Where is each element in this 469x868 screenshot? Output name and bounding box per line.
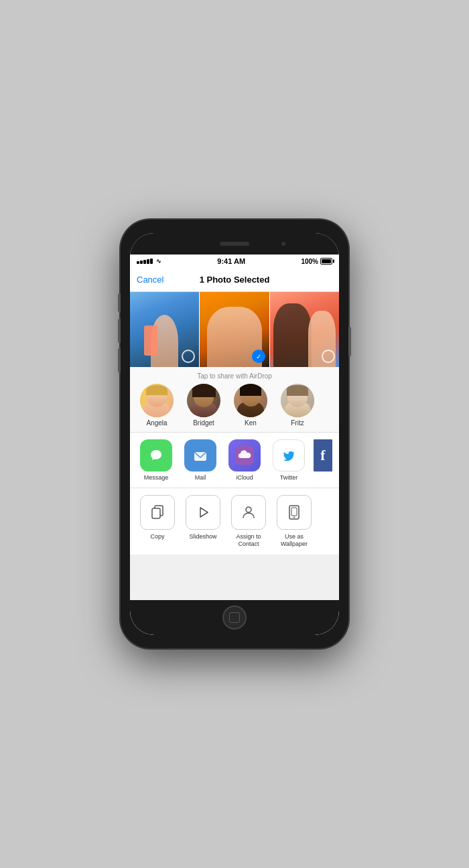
share-app-facebook[interactable]: f	[314, 439, 332, 472]
photo-item-1[interactable]	[130, 292, 200, 367]
battery-percentage: 100%	[301, 258, 318, 265]
signal-icon	[137, 259, 153, 264]
action-slideshow[interactable]: Slideshow	[182, 495, 224, 548]
nav-title: 1 Photo Selected	[200, 275, 270, 285]
phone-screen: ∿ 9:41 AM 100% Cancel 1 Photo Selected	[130, 233, 339, 635]
copy-label: Copy	[150, 533, 164, 540]
volume-up-button[interactable]	[118, 319, 121, 343]
airdrop-person-angela[interactable]: Angela	[137, 384, 177, 427]
share-app-icloud[interactable]: iCloud	[225, 439, 264, 481]
twitter-icon	[273, 439, 305, 472]
share-apps-section: Message Mail	[130, 433, 339, 488]
nav-bar: Cancel 1 Photo Selected	[130, 268, 339, 292]
share-app-twitter[interactable]: Twitter	[269, 439, 308, 481]
actions-section: Copy Slideshow	[130, 488, 339, 555]
svg-point-11	[293, 517, 295, 518]
wallpaper-label: Use asWallpaper	[281, 533, 308, 548]
airdrop-section: Tap to share with AirDrop Angela	[130, 367, 339, 433]
svg-point-8	[246, 507, 251, 512]
svg-rect-6	[152, 508, 160, 518]
avatar-ken	[234, 384, 267, 417]
wifi-icon: ∿	[156, 258, 161, 265]
airdrop-person-bridget[interactable]: Bridget	[184, 384, 224, 427]
assign-contact-icon	[231, 495, 266, 530]
action-copy[interactable]: Copy	[137, 495, 178, 548]
status-right: 100%	[301, 258, 332, 265]
action-wallpaper[interactable]: Use asWallpaper	[273, 495, 315, 548]
icloud-label: iCloud	[236, 474, 253, 481]
apps-row: Message Mail	[137, 439, 332, 481]
phone-bottom-bar	[130, 600, 339, 635]
svg-marker-7	[200, 508, 208, 517]
slideshow-label: Slideshow	[189, 533, 216, 540]
person-name-ken: Ken	[245, 419, 257, 427]
photo-check-3[interactable]	[322, 350, 335, 363]
actions-items: Copy Slideshow	[137, 495, 332, 548]
home-button-inner	[229, 612, 240, 623]
photo-check-2[interactable]: ✓	[252, 350, 265, 363]
airdrop-person-fritz[interactable]: Fritz	[277, 384, 318, 427]
phone-top-bar	[130, 233, 339, 255]
person-name-angela: Angela	[146, 419, 167, 427]
cancel-button[interactable]: Cancel	[137, 275, 163, 285]
share-app-mail[interactable]: Mail	[181, 439, 220, 481]
photo-item-2[interactable]: ✓	[200, 292, 269, 367]
mail-label: Mail	[195, 474, 206, 481]
svg-rect-10	[291, 508, 297, 516]
person-name-bridget: Bridget	[193, 419, 214, 427]
power-button[interactable]	[348, 327, 351, 356]
phone-device: ∿ 9:41 AM 100% Cancel 1 Photo Selected	[121, 220, 348, 648]
speaker	[220, 242, 249, 246]
status-time: 9:41 AM	[217, 257, 245, 265]
person-name-fritz: Fritz	[291, 419, 304, 427]
wallpaper-icon	[277, 495, 312, 530]
volume-down-button[interactable]	[118, 348, 121, 372]
message-label: Message	[144, 474, 169, 481]
avatar-bridget	[187, 384, 220, 417]
icloud-icon	[228, 439, 261, 472]
status-left: ∿	[137, 258, 161, 265]
facebook-icon: f	[314, 439, 332, 472]
message-icon	[140, 439, 172, 472]
screen-content: ∿ 9:41 AM 100% Cancel 1 Photo Selected	[130, 255, 339, 600]
avatar-angela	[140, 384, 174, 417]
airdrop-title: Tap to share with AirDrop	[130, 372, 339, 380]
airdrop-people: Angela Bridget	[130, 384, 339, 427]
copy-icon	[140, 495, 175, 530]
avatar-fritz	[281, 384, 314, 417]
share-app-message[interactable]: Message	[137, 439, 176, 481]
mail-icon	[184, 439, 216, 472]
home-button[interactable]	[222, 605, 247, 630]
action-assign-contact[interactable]: Assign toContact	[228, 495, 269, 548]
status-bar: ∿ 9:41 AM 100%	[130, 255, 339, 268]
photo-item-3[interactable]	[270, 292, 339, 367]
slideshow-icon	[186, 495, 220, 530]
camera-icon	[281, 242, 285, 246]
photo-grid: ✓	[130, 292, 339, 367]
battery-icon	[320, 258, 332, 265]
assign-contact-label: Assign toContact	[236, 533, 261, 548]
airdrop-person-ken[interactable]: Ken	[230, 384, 271, 427]
twitter-label: Twitter	[280, 474, 298, 481]
